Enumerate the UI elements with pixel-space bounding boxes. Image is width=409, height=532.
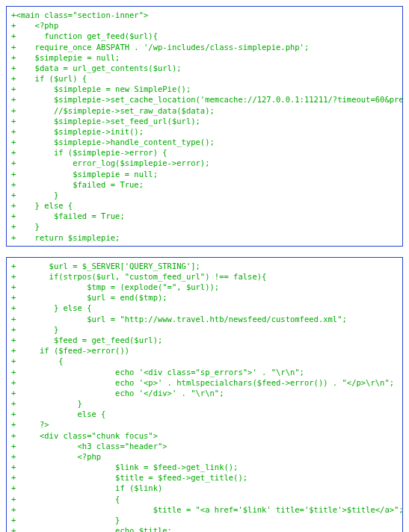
code-block-2: + $url = $_SERVER['QUERY_STRING']; + if(… bbox=[6, 257, 403, 532]
code-block-1: +<main class="section-inner"> + <?php + … bbox=[6, 6, 403, 247]
